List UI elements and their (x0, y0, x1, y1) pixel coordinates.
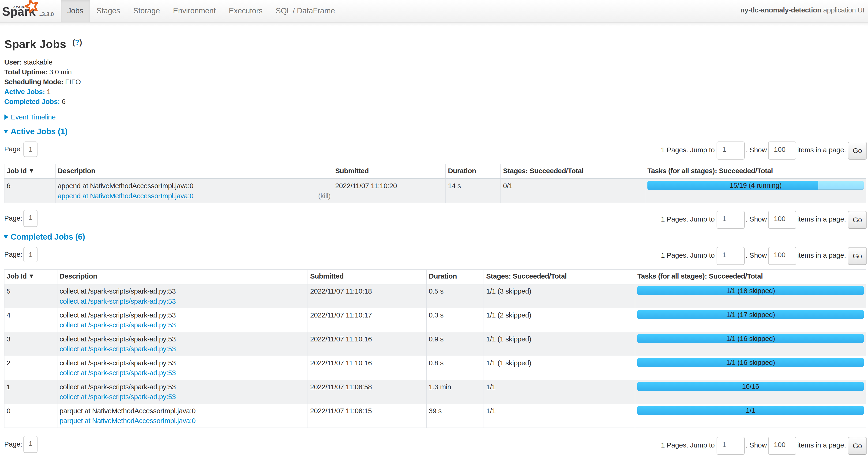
svg-text:™: ™ (39, 14, 42, 18)
